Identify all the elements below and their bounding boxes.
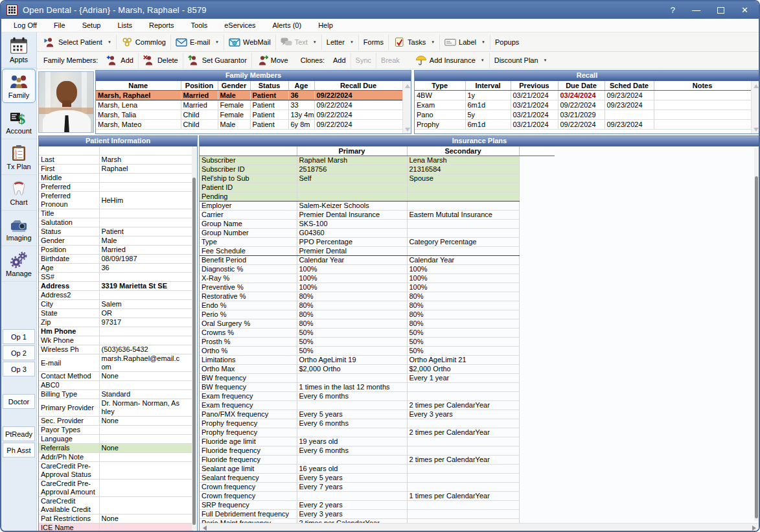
minimize-button[interactable]: — — [692, 5, 700, 15]
patient-info-row[interactable]: SS# — [39, 273, 192, 282]
insurance-row[interactable]: Rel'ship to Sub Self Spouse — [200, 174, 555, 183]
toolbar-button[interactable]: Sync — [351, 52, 376, 68]
insurance-row[interactable]: Exam frequency 2 times per CalendarYear — [200, 401, 555, 410]
insurance-row[interactable]: SRP frequency Every 2 years — [200, 501, 555, 510]
patient-info-row[interactable]: Age 36 — [39, 264, 192, 273]
insurance-row[interactable]: Restorative % 80% 80% — [200, 292, 555, 301]
insurance-row[interactable]: Fluoride age limit 19 years old — [200, 437, 555, 446]
sidebar-module-button[interactable]: Imaging — [1, 211, 36, 246]
patient-info-row[interactable]: Pat Restrictions None — [39, 515, 192, 524]
insurance-row[interactable]: X-Ray % 100% 100% — [200, 274, 555, 283]
patient-info-row[interactable]: Address 3319 Marietta St SE — [39, 282, 192, 291]
insurance-hscrollbar[interactable] — [200, 523, 759, 531]
recall-row[interactable]: Exam 6m1d 03/21/2024 09/22/2024 09/23/20… — [415, 100, 751, 110]
insurance-row[interactable]: Preventive % 100% 100% — [200, 283, 555, 292]
menu-item[interactable]: eServices — [216, 20, 264, 30]
menu-item[interactable]: Alerts (0) — [264, 20, 310, 30]
toolbar-button[interactable]: Break — [376, 52, 404, 68]
insurance-row[interactable]: Fee Schedule Premier Dental — [200, 247, 555, 256]
insurance-row[interactable]: Group Number G04360 — [200, 229, 555, 238]
toolbar-button[interactable]: Letter — [321, 34, 358, 50]
patient-info-row[interactable]: Language — [39, 435, 192, 444]
insurance-row[interactable]: Benefit Period Calendar Year Calendar Ye… — [200, 256, 555, 265]
insurance-row[interactable]: Exam frequency Every 6 months — [200, 392, 555, 401]
toolbar-button[interactable]: Forms — [358, 34, 388, 50]
toolbar-button[interactable]: Add — [102, 52, 138, 68]
toolbar-button[interactable]: E-mail — [170, 34, 224, 50]
insurance-row[interactable]: Group Name SKS-100 — [200, 220, 555, 229]
insurance-row[interactable]: Fluoride frequency Every 6 months — [200, 446, 555, 456]
sidebar-module-button[interactable]: Family — [2, 69, 36, 103]
insurance-row[interactable]: Ortho % 50% 50% — [200, 347, 555, 356]
patient-info-row[interactable]: Referrals None — [39, 444, 192, 453]
toolbar-button[interactable]: Popups — [490, 34, 524, 50]
patient-info-row[interactable]: Hm Phone — [39, 327, 192, 336]
patient-info-row[interactable]: Preferred — [39, 183, 192, 192]
insurance-row[interactable]: Patient ID — [200, 183, 555, 192]
insurance-row[interactable]: Limitations Ortho AgeLimit 19 Ortho AgeL… — [200, 356, 555, 365]
recall-row[interactable]: 4BW 1y 03/21/2024 03/24/2024 09/23/2024 — [415, 91, 751, 100]
toolbar-button[interactable]: Commlog — [116, 34, 170, 50]
insurance-row[interactable]: Sealant age limit 16 years old — [200, 465, 555, 474]
scroll-down-icon[interactable] — [405, 128, 410, 132]
insurance-row[interactable]: Prophy frequency Every 6 months — [200, 419, 555, 428]
insurance-row[interactable]: Subscriber ID 2518756 21316584 — [200, 165, 555, 174]
patient-info-row[interactable]: Sec. Provider None — [39, 417, 192, 426]
help-button[interactable]: ? — [671, 5, 675, 15]
menu-item[interactable]: Tools — [183, 20, 216, 30]
toolbar-button[interactable]: Select Patient — [40, 34, 116, 50]
patient-info-row[interactable]: Primary Provider Dr. Norman- Norman, Ash… — [39, 399, 192, 417]
operatory-view-button[interactable]: Op 3 — [3, 362, 35, 376]
sidebar-module-button[interactable]: Manage — [1, 246, 36, 282]
insurance-row[interactable]: Crown frequency 1 times per CalendarYear — [200, 492, 555, 501]
patient-info-row[interactable]: Title — [39, 209, 192, 218]
insurance-row[interactable]: Ortho Max $2,000 Ortho $2,000 Ortho — [200, 365, 555, 374]
patient-photo[interactable] — [38, 71, 94, 133]
patient-info-row[interactable]: Birthdate 08/09/1987 — [39, 255, 192, 264]
menu-item[interactable]: Setup — [74, 20, 109, 30]
patient-info-row[interactable]: Address2 — [39, 291, 192, 300]
patient-info-row[interactable]: Preferred Pronoun HeHim — [39, 192, 192, 209]
patient-info-row[interactable]: State OR — [39, 309, 192, 318]
patient-info-row[interactable]: Last Marsh — [39, 156, 192, 165]
sidebar-module-button[interactable]: $ Account — [1, 104, 36, 139]
menu-item[interactable]: Reports — [141, 20, 183, 30]
patient-info-row[interactable]: Billing Type Standard — [39, 390, 192, 399]
patient-info-row[interactable]: CareCredit Pre-Approval Status — [39, 462, 192, 480]
insurance-row[interactable]: Endo % 80% 80% — [200, 301, 555, 310]
toolbar-button[interactable]: Label — [439, 34, 490, 50]
insurance-row[interactable]: Fluoride frequency 2 times per CalendarY… — [200, 456, 555, 465]
patient-info-row[interactable]: Gender Male — [39, 237, 192, 246]
menu-item[interactable]: Help — [310, 20, 341, 30]
insurance-row[interactable]: Employer Salem-Keizer Schools — [200, 202, 555, 211]
insurance-row[interactable]: BW frequency 1 times in the last 12 mont… — [200, 383, 555, 392]
sidebar-module-button[interactable]: Appts — [1, 32, 36, 68]
insurance-row[interactable]: Full Debridement frequency Every 3 years — [200, 510, 555, 519]
insurance-row[interactable]: Crown frequency Every 7 years — [200, 483, 555, 492]
insurance-row[interactable]: Crowns % 50% 50% — [200, 329, 555, 338]
recall-scrollbar[interactable] — [751, 81, 759, 134]
toolbar-button[interactable]: Text — [275, 34, 321, 50]
scroll-down-icon[interactable] — [754, 128, 759, 132]
operatory-view-button[interactable]: PtReady — [3, 426, 35, 441]
toolbar-button[interactable]: Move — [251, 52, 293, 68]
insurance-vscrollbar[interactable] — [754, 148, 759, 521]
family-member-row[interactable]: Marsh, Lena Married Female Patient 33 09… — [96, 100, 402, 110]
toolbar-button[interactable]: Set Guarantor — [183, 52, 251, 68]
scroll-up-icon[interactable] — [405, 84, 410, 88]
operatory-view-button[interactable]: Ph Asst — [3, 443, 35, 457]
insurance-row[interactable]: Oral Surgery % 80% 80% — [200, 319, 555, 329]
operatory-view-button[interactable]: Op 2 — [3, 345, 35, 360]
maximize-button[interactable] — [717, 7, 724, 14]
patient-info-row[interactable]: Wireless Ph (503)636-5432 — [39, 345, 192, 354]
scroll-up-icon[interactable] — [754, 84, 759, 88]
recall-row[interactable]: Pano 5y 03/21/2024 03/21/2029 — [415, 110, 751, 120]
patient-info-row[interactable]: E-mail marsh.Raphael@email.com — [39, 354, 192, 372]
insurance-row[interactable]: Pending — [200, 192, 555, 202]
family-member-row[interactable]: Marsh, Mateo Child Male Patient 6y 8m 09… — [96, 120, 402, 130]
family-member-row[interactable]: Marsh, Raphael Married Male Patient 36 0… — [96, 91, 402, 100]
close-button[interactable]: ✕ — [741, 5, 748, 15]
patient-info-row[interactable]: Status Patient — [39, 227, 192, 237]
patient-info-row[interactable]: Position Married — [39, 246, 192, 255]
operatory-view-button[interactable]: Op 1 — [3, 329, 35, 344]
